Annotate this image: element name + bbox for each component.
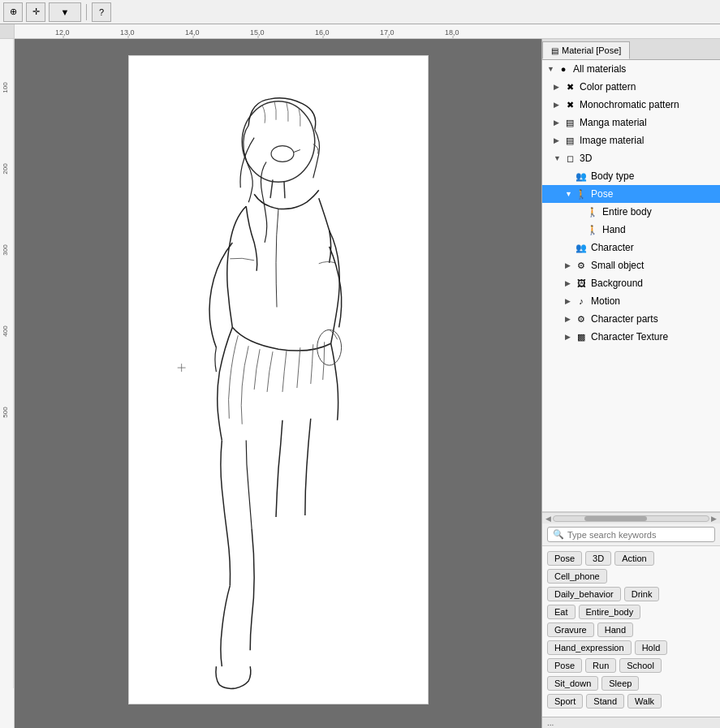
tag-btn-run[interactable]: Run — [585, 658, 616, 673]
tree-item-image-material[interactable]: ▶▤Image material — [542, 131, 720, 149]
panel-tabs: ▤ Material [Pose] — [542, 39, 720, 60]
tree-arrow-3d: ▼ — [554, 154, 563, 162]
tool-btn-2[interactable]: ✛ — [26, 2, 45, 22]
svg-text:17,0: 17,0 — [380, 28, 394, 37]
tree-arrow-small-object: ▶ — [565, 261, 575, 269]
tag-btn-hand-expression[interactable]: Hand_expression — [547, 640, 632, 655]
tag-btn-pose[interactable]: Pose — [547, 658, 582, 673]
tag-btn-daily-behavior[interactable]: Daily_behavior — [547, 587, 621, 601]
tree-icon-mono-pattern: ✖ — [563, 98, 576, 111]
tag-btn-pose[interactable]: Pose — [547, 551, 582, 566]
tree-icon-character-texture: ▩ — [575, 330, 588, 343]
canvas-container[interactable] — [15, 39, 541, 728]
svg-text:16,0: 16,0 — [315, 28, 330, 37]
tag-row-0: Pose3DAction — [547, 551, 715, 566]
tag-btn-gravure[interactable]: Gravure — [547, 622, 594, 637]
tree-panel[interactable]: ▼●All materials▶✖Color pattern▶✖Monochro… — [542, 60, 720, 512]
tag-row-5: Hand_expressionHold — [547, 640, 715, 655]
tree-item-small-object[interactable]: ▶⚙Small object — [542, 256, 720, 274]
search-input-wrap: 🔍 — [547, 527, 715, 542]
tree-label-character-texture: Character Texture — [591, 331, 668, 342]
tree-label-mono-pattern: Monochromatic pattern — [580, 99, 679, 110]
svg-point-21 — [271, 146, 294, 162]
tag-btn-school[interactable]: School — [619, 658, 662, 673]
svg-text:15,0: 15,0 — [250, 28, 265, 37]
tree-item-pose[interactable]: ▼🚶Pose — [542, 185, 720, 203]
tree-arrow-mono-pattern: ▶ — [554, 101, 563, 109]
tree-label-hand: Hand — [602, 224, 626, 235]
tree-label-color-pattern: Color pattern — [580, 81, 636, 93]
tag-btn-sport[interactable]: Sport — [547, 694, 583, 709]
tab-material-icon: ▤ — [551, 46, 558, 55]
tag-btn-cell-phone[interactable]: Cell_phone — [547, 569, 607, 584]
scroll-left-arrow[interactable]: ◀ — [544, 515, 553, 523]
tree-item-all-materials[interactable]: ▼●All materials — [542, 60, 720, 78]
svg-text:18,0: 18,0 — [445, 28, 459, 37]
tree-label-3d: 3D — [580, 153, 592, 164]
tag-btn-sit-down[interactable]: Sit_down — [547, 676, 598, 691]
tag-row-7: Sit_downSleep — [547, 676, 715, 691]
search-bar: 🔍 — [542, 523, 720, 546]
tag-btn-drink[interactable]: Drink — [624, 587, 660, 601]
tree-item-entire-body[interactable]: 🚶Entire body — [542, 203, 720, 221]
tag-btn-stand[interactable]: Stand — [586, 694, 624, 709]
tag-btn-hold[interactable]: Hold — [635, 640, 668, 655]
tree-label-character-parts: Character parts — [591, 313, 658, 325]
tree-label-manga-material: Manga material — [580, 117, 647, 128]
tree-arrow-all-materials: ▼ — [547, 65, 557, 73]
tree-hscroll[interactable]: ◀ ▶ — [542, 512, 720, 523]
tree-arrow-motion: ▶ — [565, 297, 575, 305]
hscroll-thumb[interactable] — [584, 516, 646, 521]
tree-item-character-texture[interactable]: ▶▩Character Texture — [542, 328, 720, 346]
ruler-area: 12,0 13,0 14,0 15,0 16,0 17,0 18,0 — [0, 24, 720, 39]
tree-arrow-image-material: ▶ — [554, 136, 563, 144]
tab-material[interactable]: ▤ Material [Pose] — [542, 41, 630, 59]
tag-btn-walk[interactable]: Walk — [627, 694, 662, 709]
tree-item-mono-pattern[interactable]: ▶✖Monochromatic pattern — [542, 96, 720, 114]
tree-item-character-parts[interactable]: ▶⚙Character parts — [542, 310, 720, 328]
tool-dropdown[interactable]: ▼ — [49, 2, 81, 22]
tree-icon-background: 🖼 — [575, 277, 588, 290]
status-dots: ... — [547, 718, 554, 727]
tree-item-motion[interactable]: ▶♪Motion — [542, 292, 720, 310]
help-btn[interactable]: ? — [92, 2, 111, 22]
svg-point-20 — [242, 101, 315, 182]
tree-label-all-materials: All materials — [573, 63, 626, 75]
tree-item-background[interactable]: ▶🖼Background — [542, 274, 720, 292]
tag-btn-action[interactable]: Action — [614, 551, 654, 566]
tree-item-color-pattern[interactable]: ▶✖Color pattern — [542, 78, 720, 96]
tree-arrow-manga-material: ▶ — [554, 118, 563, 127]
search-icon: 🔍 — [553, 529, 564, 540]
search-input[interactable] — [567, 530, 709, 540]
tool-btn-1[interactable]: ⊕ — [3, 2, 23, 22]
svg-line-23 — [270, 179, 273, 198]
tag-btn-sleep[interactable]: Sleep — [601, 676, 639, 691]
tag-btn-3d[interactable]: 3D — [585, 551, 611, 566]
svg-text:400: 400 — [2, 325, 9, 337]
tag-btn-hand[interactable]: Hand — [597, 622, 633, 637]
tag-row-8: SportStandWalk — [547, 694, 715, 709]
svg-text:100: 100 — [2, 82, 9, 93]
tree-icon-pose: 🚶 — [575, 187, 588, 200]
tree-arrow-pose: ▼ — [565, 190, 575, 198]
tree-item-manga-material[interactable]: ▶▤Manga material — [542, 114, 720, 131]
scroll-right-arrow[interactable]: ▶ — [709, 515, 718, 523]
tab-material-label: Material [Pose] — [562, 45, 621, 55]
tree-item-3d[interactable]: ▼◻3D — [542, 149, 720, 167]
tree-label-character: Character — [591, 242, 634, 253]
tree-icon-color-pattern: ✖ — [563, 80, 576, 93]
tree-label-background: Background — [591, 278, 643, 289]
tree-icon-image-material: ▤ — [563, 134, 576, 147]
svg-text:12,0: 12,0 — [55, 28, 70, 37]
tree-item-body-type[interactable]: 👥Body type — [542, 167, 720, 185]
tree-icon-character-parts: ⚙ — [575, 312, 588, 325]
tree-item-hand[interactable]: 🚶Hand — [542, 221, 720, 239]
tree-label-image-material: Image material — [580, 135, 644, 146]
tag-row-1: Cell_phone — [547, 569, 715, 584]
tree-icon-manga-material: ▤ — [563, 116, 576, 129]
tag-btn-entire-body[interactable]: Entire_body — [579, 605, 641, 619]
tree-arrow-color-pattern: ▶ — [554, 83, 563, 91]
svg-text:300: 300 — [2, 244, 9, 256]
tag-btn-eat[interactable]: Eat — [547, 605, 576, 619]
tree-item-character[interactable]: 👥Character — [542, 239, 720, 256]
